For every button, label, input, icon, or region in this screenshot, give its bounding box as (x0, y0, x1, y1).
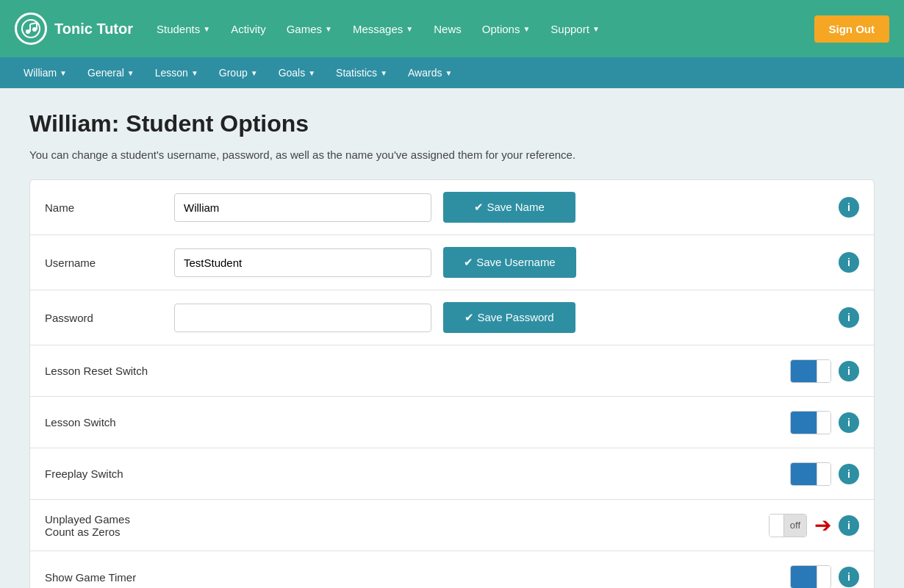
show-game-timer-toggle-visual (790, 565, 831, 588)
options-arrow: ▼ (523, 25, 530, 33)
username-info-icon[interactable]: i (839, 252, 859, 273)
unplayed-games-row: Unplayed Games Count as Zeros off ➔ i (30, 500, 874, 551)
page-description: You can change a student's username, pas… (29, 148, 875, 161)
lesson-reset-toggle-visual (790, 359, 831, 383)
lesson-arrow: ▼ (191, 69, 198, 77)
logo-area: Tonic Tutor (15, 12, 133, 45)
show-game-timer-info-icon[interactable]: i (839, 567, 859, 587)
freeplay-switch-info-icon[interactable]: i (839, 464, 859, 484)
show-game-timer-label: Show Game Timer (45, 571, 162, 584)
unplayed-games-toggle[interactable]: off (769, 514, 807, 537)
subnav-goals[interactable]: Goals ▼ (270, 62, 324, 83)
general-arrow: ▼ (127, 69, 134, 77)
messages-arrow: ▼ (406, 25, 413, 33)
games-arrow: ▼ (325, 25, 332, 33)
lesson-switch-label: Lesson Switch (45, 416, 162, 429)
william-arrow: ▼ (60, 69, 67, 77)
nav-messages[interactable]: Messages ▼ (344, 17, 422, 41)
statistics-arrow: ▼ (380, 69, 387, 77)
students-arrow: ▼ (203, 25, 210, 33)
lesson-reset-toggle[interactable] (790, 359, 831, 383)
subnav-awards[interactable]: Awards ▼ (399, 62, 461, 83)
save-username-button[interactable]: ✔ Save Username (443, 247, 576, 278)
password-info-icon[interactable]: i (839, 307, 859, 328)
lesson-reset-switch-row: Lesson Reset Switch i (30, 345, 874, 397)
lesson-reset-toggle-area: i (790, 359, 859, 383)
lesson-reset-label: Lesson Reset Switch (45, 365, 162, 377)
group-arrow: ▼ (251, 69, 258, 77)
toggle-off-segment (817, 566, 831, 588)
unplayed-games-toggle-visual: off (769, 514, 807, 537)
toggle-on-segment (791, 360, 817, 382)
nav-games[interactable]: Games ▼ (278, 17, 341, 41)
password-label: Password (45, 312, 162, 324)
toggle-on-segment (791, 463, 817, 485)
lesson-switch-row: Lesson Switch i (30, 397, 874, 448)
nav-options[interactable]: Options ▼ (473, 17, 539, 41)
toggle-off-label: off (784, 514, 806, 537)
username-input[interactable] (174, 248, 431, 277)
goals-arrow: ▼ (308, 69, 315, 77)
toggle-on-segment (791, 412, 817, 434)
toggle-white-segment (770, 514, 784, 537)
freeplay-switch-row: Freeplay Switch i (30, 448, 874, 500)
lesson-switch-toggle[interactable] (790, 411, 831, 434)
page-title: William: Student Options (29, 110, 875, 137)
subnav-general[interactable]: General ▼ (79, 62, 143, 83)
subnav-lesson[interactable]: Lesson ▼ (146, 62, 207, 83)
unplayed-games-toggle-area: off ➔ i (769, 513, 859, 537)
toggle-off-segment (817, 360, 831, 382)
subnav-statistics[interactable]: Statistics ▼ (327, 62, 396, 83)
unplayed-games-info-icon[interactable]: i (839, 515, 859, 536)
top-navigation: Tonic Tutor Students ▼ Activity Games ▼ … (0, 0, 904, 57)
show-game-timer-row: Show Game Timer i (30, 551, 874, 588)
top-nav-links: Students ▼ Activity Games ▼ Messages ▼ N… (148, 17, 814, 41)
save-name-button[interactable]: ✔ Save Name (443, 192, 575, 223)
show-game-timer-toggle-area: i (790, 565, 859, 588)
freeplay-switch-label: Freeplay Switch (45, 467, 162, 480)
password-input[interactable] (174, 304, 431, 332)
lesson-switch-toggle-area: i (790, 411, 859, 434)
sign-out-button[interactable]: Sign Out (814, 15, 890, 43)
sub-navigation: William ▼ General ▼ Lesson ▼ Group ▼ Goa… (0, 57, 904, 88)
username-label: Username (45, 257, 162, 269)
main-content: William: Student Options You can change … (0, 88, 904, 588)
toggle-on-segment (791, 566, 817, 588)
student-options-form: Name ✔ Save Name i Username ✔ Save Usern… (29, 179, 875, 588)
toggle-off-segment (817, 412, 831, 434)
lesson-switch-info-icon[interactable]: i (839, 412, 859, 433)
name-info-icon[interactable]: i (839, 197, 859, 218)
name-label: Name (45, 201, 162, 214)
nav-students[interactable]: Students ▼ (148, 17, 219, 41)
nav-activity[interactable]: Activity (222, 17, 275, 41)
nav-news[interactable]: News (425, 17, 470, 41)
password-row: Password ✔ Save Password i (30, 290, 874, 345)
app-title: Tonic Tutor (54, 21, 133, 37)
lesson-reset-info-icon[interactable]: i (839, 361, 859, 381)
freeplay-switch-toggle[interactable] (790, 462, 831, 486)
name-row: Name ✔ Save Name i (30, 180, 874, 235)
freeplay-switch-toggle-visual (790, 462, 831, 486)
nav-support[interactable]: Support ▼ (542, 17, 608, 41)
awards-arrow: ▼ (445, 69, 452, 77)
support-arrow: ▼ (592, 25, 600, 33)
freeplay-switch-toggle-area: i (790, 462, 859, 486)
name-input[interactable] (174, 193, 431, 222)
red-arrow-indicator: ➔ (814, 513, 831, 537)
username-row: Username ✔ Save Username i (30, 235, 874, 290)
save-password-button[interactable]: ✔ Save Password (443, 302, 575, 333)
subnav-group[interactable]: Group ▼ (210, 62, 267, 83)
subnav-william[interactable]: William ▼ (15, 62, 76, 83)
svg-line-5 (30, 23, 37, 24)
lesson-switch-toggle-visual (790, 411, 831, 434)
unplayed-games-label: Unplayed Games Count as Zeros (45, 513, 162, 538)
toggle-off-segment (817, 463, 831, 485)
logo-icon (15, 12, 47, 45)
show-game-timer-toggle[interactable] (790, 565, 831, 588)
